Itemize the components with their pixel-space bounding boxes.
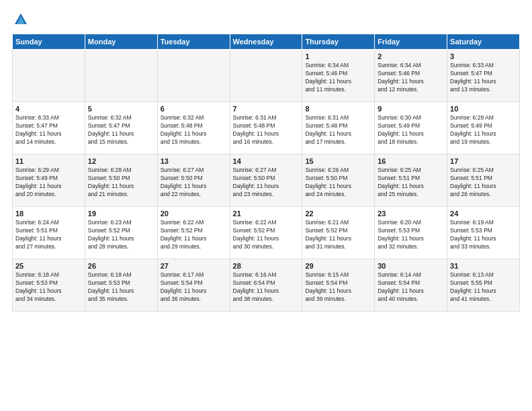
- calendar-cell: 21Sunrise: 6:22 AMSunset: 5:52 PMDayligh…: [230, 207, 302, 259]
- calendar-cell: 22Sunrise: 6:21 AMSunset: 5:52 PMDayligh…: [302, 207, 375, 259]
- weekday-header-friday: Friday: [375, 34, 447, 50]
- day-info: Sunrise: 6:13 AMSunset: 5:55 PMDaylight:…: [450, 271, 517, 304]
- week-row-1: 1Sunrise: 6:34 AMSunset: 5:46 PMDaylight…: [13, 50, 520, 102]
- week-row-2: 4Sunrise: 6:33 AMSunset: 5:47 PMDaylight…: [13, 102, 520, 154]
- logo-icon: [13, 12, 28, 27]
- day-info: Sunrise: 6:27 AMSunset: 5:50 PMDaylight:…: [233, 167, 300, 199]
- weekday-header-monday: Monday: [85, 34, 157, 50]
- calendar-cell: 3Sunrise: 6:33 AMSunset: 5:47 PMDaylight…: [447, 50, 520, 102]
- day-number: 1: [305, 52, 371, 60]
- day-number: 10: [450, 105, 517, 113]
- day-info: Sunrise: 6:22 AMSunset: 5:52 PMDaylight:…: [161, 219, 227, 251]
- day-number: 17: [450, 157, 517, 165]
- day-number: 14: [233, 157, 300, 165]
- calendar-table: SundayMondayTuesdayWednesdayThursdayFrid…: [12, 34, 520, 312]
- calendar-cell: 13Sunrise: 6:27 AMSunset: 5:50 PMDayligh…: [157, 154, 230, 207]
- calendar-cell: 26Sunrise: 6:18 AMSunset: 5:53 PMDayligh…: [85, 259, 157, 312]
- day-info: Sunrise: 6:33 AMSunset: 5:47 PMDaylight:…: [15, 114, 82, 146]
- day-number: 21: [233, 210, 300, 218]
- calendar-cell: 29Sunrise: 6:15 AMSunset: 5:54 PMDayligh…: [302, 259, 375, 312]
- day-info: Sunrise: 6:22 AMSunset: 5:52 PMDaylight:…: [233, 219, 300, 251]
- day-info: Sunrise: 6:18 AMSunset: 5:53 PMDaylight:…: [88, 271, 154, 304]
- day-number: 24: [450, 210, 517, 218]
- day-number: 18: [15, 210, 82, 218]
- day-number: 30: [378, 262, 444, 270]
- day-info: Sunrise: 6:31 AMSunset: 5:48 PMDaylight:…: [305, 114, 371, 146]
- calendar-cell: 18Sunrise: 6:24 AMSunset: 5:51 PMDayligh…: [13, 207, 85, 259]
- weekday-header-sunday: Sunday: [13, 34, 85, 50]
- calendar-cell: 20Sunrise: 6:22 AMSunset: 5:52 PMDayligh…: [157, 207, 230, 259]
- day-number: 4: [15, 105, 82, 113]
- day-number: 9: [378, 105, 444, 113]
- calendar-cell: 28Sunrise: 6:16 AMSunset: 6:54 PMDayligh…: [230, 259, 302, 312]
- calendar-cell: 10Sunrise: 6:29 AMSunset: 5:49 PMDayligh…: [447, 102, 520, 154]
- day-info: Sunrise: 6:27 AMSunset: 5:50 PMDaylight:…: [161, 167, 227, 199]
- day-info: Sunrise: 6:18 AMSunset: 5:53 PMDaylight:…: [15, 271, 82, 304]
- calendar-cell: 31Sunrise: 6:13 AMSunset: 5:55 PMDayligh…: [447, 259, 520, 312]
- weekday-header-saturday: Saturday: [447, 34, 520, 50]
- day-info: Sunrise: 6:23 AMSunset: 5:52 PMDaylight:…: [88, 219, 154, 251]
- calendar-cell: 9Sunrise: 6:30 AMSunset: 5:49 PMDaylight…: [375, 102, 447, 154]
- calendar-cell: 14Sunrise: 6:27 AMSunset: 5:50 PMDayligh…: [230, 154, 302, 207]
- calendar-cell: 11Sunrise: 6:29 AMSunset: 5:49 PMDayligh…: [13, 154, 85, 207]
- day-info: Sunrise: 6:29 AMSunset: 5:49 PMDaylight:…: [15, 167, 82, 199]
- weekday-header-wednesday: Wednesday: [230, 34, 302, 50]
- day-number: 3: [450, 52, 517, 60]
- day-number: 20: [161, 210, 227, 218]
- day-info: Sunrise: 6:16 AMSunset: 6:54 PMDaylight:…: [233, 271, 300, 304]
- weekday-header-thursday: Thursday: [302, 34, 375, 50]
- calendar-cell: [85, 50, 157, 102]
- day-info: Sunrise: 6:29 AMSunset: 5:49 PMDaylight:…: [450, 114, 517, 146]
- calendar-cell: 24Sunrise: 6:19 AMSunset: 5:53 PMDayligh…: [447, 207, 520, 259]
- day-info: Sunrise: 6:14 AMSunset: 5:54 PMDaylight:…: [378, 271, 444, 304]
- calendar-cell: [157, 50, 230, 102]
- calendar-cell: 25Sunrise: 6:18 AMSunset: 5:53 PMDayligh…: [13, 259, 85, 312]
- day-number: 2: [378, 52, 444, 60]
- day-info: Sunrise: 6:26 AMSunset: 5:50 PMDaylight:…: [305, 167, 371, 199]
- day-number: 11: [15, 157, 82, 165]
- day-info: Sunrise: 6:17 AMSunset: 5:54 PMDaylight:…: [161, 271, 227, 304]
- calendar-cell: 4Sunrise: 6:33 AMSunset: 5:47 PMDaylight…: [13, 102, 85, 154]
- calendar-cell: 2Sunrise: 6:34 AMSunset: 5:46 PMDaylight…: [375, 50, 447, 102]
- calendar-cell: 15Sunrise: 6:26 AMSunset: 5:50 PMDayligh…: [302, 154, 375, 207]
- day-number: 19: [88, 210, 154, 218]
- day-number: 12: [88, 157, 154, 165]
- day-number: 31: [450, 262, 517, 270]
- week-row-3: 11Sunrise: 6:29 AMSunset: 5:49 PMDayligh…: [13, 154, 520, 207]
- calendar-body: 1Sunrise: 6:34 AMSunset: 5:46 PMDaylight…: [13, 50, 520, 312]
- day-info: Sunrise: 6:34 AMSunset: 5:46 PMDaylight:…: [378, 62, 444, 94]
- header: [12, 12, 520, 27]
- day-info: Sunrise: 6:30 AMSunset: 5:49 PMDaylight:…: [378, 114, 444, 146]
- day-info: Sunrise: 6:33 AMSunset: 5:47 PMDaylight:…: [450, 62, 517, 94]
- weekday-header-tuesday: Tuesday: [157, 34, 230, 50]
- day-info: Sunrise: 6:25 AMSunset: 5:51 PMDaylight:…: [378, 167, 444, 199]
- calendar-cell: 23Sunrise: 6:20 AMSunset: 5:53 PMDayligh…: [375, 207, 447, 259]
- calendar-cell: 27Sunrise: 6:17 AMSunset: 5:54 PMDayligh…: [157, 259, 230, 312]
- day-number: 6: [161, 105, 227, 113]
- calendar-cell: 17Sunrise: 6:25 AMSunset: 5:51 PMDayligh…: [447, 154, 520, 207]
- day-number: 8: [305, 105, 371, 113]
- calendar-cell: 7Sunrise: 6:31 AMSunset: 5:48 PMDaylight…: [230, 102, 302, 154]
- day-info: Sunrise: 6:32 AMSunset: 5:48 PMDaylight:…: [161, 114, 227, 146]
- calendar-cell: [13, 50, 85, 102]
- calendar-header: SundayMondayTuesdayWednesdayThursdayFrid…: [13, 34, 520, 50]
- day-number: 26: [88, 262, 154, 270]
- week-row-5: 25Sunrise: 6:18 AMSunset: 5:53 PMDayligh…: [13, 259, 520, 312]
- day-info: Sunrise: 6:19 AMSunset: 5:53 PMDaylight:…: [450, 219, 517, 251]
- day-number: 23: [378, 210, 444, 218]
- calendar-cell: 19Sunrise: 6:23 AMSunset: 5:52 PMDayligh…: [85, 207, 157, 259]
- day-number: 25: [15, 262, 82, 270]
- day-info: Sunrise: 6:25 AMSunset: 5:51 PMDaylight:…: [450, 167, 517, 199]
- day-number: 13: [161, 157, 227, 165]
- day-info: Sunrise: 6:15 AMSunset: 5:54 PMDaylight:…: [305, 271, 371, 304]
- calendar-cell: 16Sunrise: 6:25 AMSunset: 5:51 PMDayligh…: [375, 154, 447, 207]
- day-info: Sunrise: 6:28 AMSunset: 5:50 PMDaylight:…: [88, 167, 154, 199]
- day-number: 28: [233, 262, 300, 270]
- day-info: Sunrise: 6:32 AMSunset: 5:47 PMDaylight:…: [88, 114, 154, 146]
- day-number: 7: [233, 105, 300, 113]
- logo: [12, 12, 28, 27]
- calendar-cell: 30Sunrise: 6:14 AMSunset: 5:54 PMDayligh…: [375, 259, 447, 312]
- calendar-cell: 12Sunrise: 6:28 AMSunset: 5:50 PMDayligh…: [85, 154, 157, 207]
- calendar-cell: 1Sunrise: 6:34 AMSunset: 5:46 PMDaylight…: [302, 50, 375, 102]
- calendar-cell: 8Sunrise: 6:31 AMSunset: 5:48 PMDaylight…: [302, 102, 375, 154]
